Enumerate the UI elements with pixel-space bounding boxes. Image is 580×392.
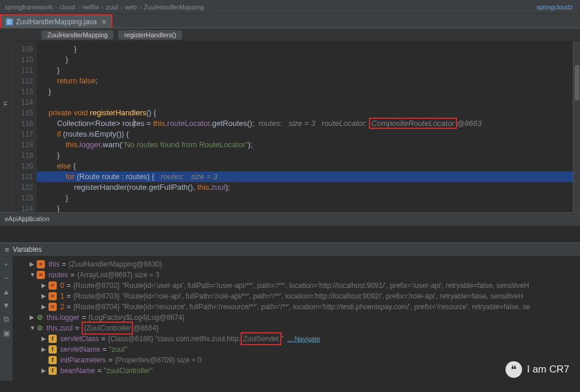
- editor-tab-bar: C ZuulHandlerMapping.java ×: [0, 14, 580, 28]
- var-routes[interactable]: =routes={ArrayList@8697} size = 3: [13, 270, 580, 280]
- code-area[interactable]: } } } return false; } private void regis…: [37, 41, 573, 212]
- editor: F 10911011111211311411511611711811912012…: [0, 41, 580, 213]
- class-icon: C: [6, 18, 13, 25]
- scrollbar-thumb[interactable]: [575, 65, 579, 101]
- remove-watch-icon[interactable]: −: [4, 274, 9, 283]
- highlight-zuul-servlet: ZuulServlet: [241, 332, 281, 345]
- line-number-gutter: 1091101111121131141151161171181191201211…: [12, 41, 37, 212]
- execution-line: for (Route route : routes) { routes: siz…: [37, 171, 573, 182]
- gear-icon: ⚙: [37, 323, 43, 333]
- var-servlet-class[interactable]: fservletClass={Class@6188} "class com.ne…: [13, 333, 580, 344]
- variables-panel: + − ▲ ▼ ⧉ ▣ =this={ZuulHandlerMapping@86…: [0, 257, 580, 381]
- var-zuul[interactable]: ⚙this.zuul={ZuulController@8664}: [13, 323, 580, 333]
- down-icon[interactable]: ▼: [2, 301, 10, 310]
- var-route-2[interactable]: =2={Route@8704} "Route{id='resource', fu…: [13, 302, 580, 312]
- add-watch-icon[interactable]: +: [4, 260, 9, 269]
- var-bean-name[interactable]: fbeanName="zuulController": [13, 365, 580, 376]
- var-route-0[interactable]: =0={Route@8702} "Route{id='user-api', fu…: [13, 280, 580, 291]
- var-init-parameters[interactable]: finitParameters={Properties@8709} size =…: [13, 355, 580, 365]
- fold-gutter: F: [0, 41, 12, 212]
- breadcrumb-class[interactable]: ZuulHandlerMapping: [41, 30, 114, 40]
- variables-panel-header[interactable]: ≡ Variables: [0, 242, 580, 257]
- more-icon[interactable]: ▣: [3, 329, 10, 338]
- file-tab-label: ZuulHandlerMapping.java: [16, 18, 97, 26]
- run-config-tab[interactable]: eApiApplication: [0, 213, 580, 226]
- variables-title: Variables: [13, 245, 42, 254]
- var-route-1[interactable]: =1={Route@8703} "Route{id='role-api', fu…: [13, 291, 580, 302]
- close-icon[interactable]: ×: [102, 17, 106, 27]
- up-icon[interactable]: ▲: [2, 287, 10, 296]
- vertical-scrollbar[interactable]: [573, 41, 580, 212]
- navigate-link[interactable]: ... Navigate: [287, 333, 320, 344]
- breadcrumb-bar: ZuulHandlerMapping registerHandlers(): [0, 28, 580, 41]
- var-this[interactable]: =this={ZuulHandlerMapping@8630}: [13, 259, 580, 270]
- variables-tree[interactable]: =this={ZuulHandlerMapping@8630} =routes=…: [13, 257, 580, 381]
- file-tab-active[interactable]: C ZuulHandlerMapping.java ×: [0, 14, 112, 28]
- highlight-composite-route-locator: CompositeRouteLocator: [369, 118, 456, 129]
- var-servlet-name[interactable]: fservletName="zuul": [13, 344, 580, 355]
- variables-icon: ≡: [5, 245, 9, 254]
- project-path-bar: springframework› cloud› netflix› zuul› w…: [0, 0, 580, 14]
- breadcrumb-method[interactable]: registerHandlers(): [118, 30, 182, 40]
- copy-icon[interactable]: ⧉: [4, 315, 9, 324]
- variables-toolbar: + − ▲ ▼ ⧉ ▣: [0, 257, 13, 381]
- gear-icon: ⚙: [37, 312, 43, 323]
- highlight-zuul-controller: {ZuulController: [82, 322, 133, 335]
